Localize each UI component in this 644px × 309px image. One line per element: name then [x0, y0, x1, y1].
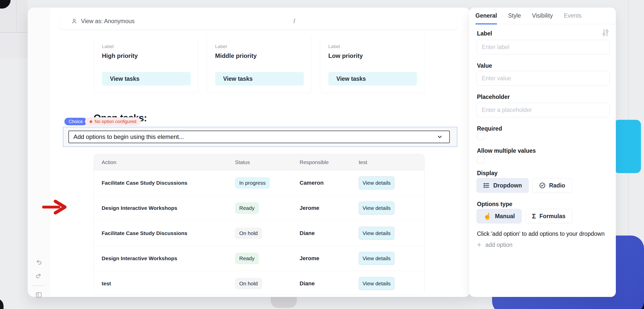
background-block	[0, 32, 28, 58]
canvas-toolbar	[28, 8, 50, 297]
error-badge-label: No option configured	[95, 119, 136, 124]
table-row: Facilitate Case Study Discussions On hol…	[94, 221, 424, 246]
red-arrow-annotation	[42, 200, 68, 215]
options-manual-label: Manual	[495, 213, 515, 220]
table-row: test On hold Diane View details	[94, 271, 424, 295]
view-details-button[interactable]: View details	[359, 176, 394, 189]
tab-visibility[interactable]: Visibility	[532, 8, 553, 24]
app-canvas: View as: Anonymous / Label High priority…	[28, 8, 470, 297]
card-title: High priority	[102, 52, 138, 59]
priority-card-middle: Label Middle priority View tasks	[207, 37, 311, 93]
status-badge: On hold	[235, 227, 262, 239]
display-section-title: Display	[477, 170, 498, 177]
table-row: Design Interactive Workshops Ready Jerom…	[94, 246, 424, 271]
label-section-title: Label	[477, 30, 492, 37]
card-caption: Label	[215, 44, 227, 49]
person-icon	[71, 18, 77, 24]
options-type-section-title: Options type	[477, 201, 512, 208]
undo-icon[interactable]	[35, 259, 42, 266]
view-as-label[interactable]: View as: Anonymous	[81, 18, 135, 25]
card-title: Low priority	[328, 52, 363, 59]
list-icon	[483, 182, 490, 189]
inspector-tabs: General Style Visibility Events	[469, 8, 616, 24]
table-row: Facilitate Case Study Discussions In pro…	[94, 170, 424, 196]
chevron-down-icon	[437, 134, 443, 140]
toolbar-divider	[32, 285, 45, 286]
route-path: /	[294, 13, 295, 29]
sliders-icon[interactable]	[602, 29, 609, 37]
decor-dark-corner-bottom-left	[0, 298, 4, 309]
display-radio-label: Radio	[549, 182, 565, 189]
add-option-button[interactable]: + add option	[477, 241, 512, 249]
status-badge: Ready	[235, 253, 259, 264]
error-badge: No option configured	[85, 117, 141, 126]
task-name: Facilitate Case Study Discussions	[102, 230, 187, 236]
plus-icon: +	[477, 241, 481, 249]
column-header-test: test	[359, 159, 367, 165]
view-details-button[interactable]: View details	[359, 277, 394, 290]
tasks-table: Action Status Responsible test Facilitat…	[94, 154, 425, 295]
task-name: Design Interactive Workshops	[102, 255, 177, 261]
view-tasks-button[interactable]: View tasks	[328, 72, 417, 86]
tab-events[interactable]: Events	[564, 8, 581, 24]
view-tasks-button[interactable]: View tasks	[215, 72, 304, 86]
decor-cyan-rectangle	[614, 120, 641, 173]
task-name: Facilitate Case Study Discussions	[102, 180, 187, 186]
required-checkbox[interactable]	[477, 132, 485, 140]
display-dropdown-button[interactable]: Dropdown	[476, 178, 529, 193]
tab-general[interactable]: General	[475, 8, 497, 24]
priority-card-low: Label Low priority View tasks	[320, 37, 425, 93]
element-type-badge[interactable]: Choice	[64, 118, 87, 125]
status-badge: In progress	[235, 177, 270, 189]
add-option-hint: Click 'add option' to add options to you…	[477, 230, 605, 237]
tab-style[interactable]: Style	[508, 8, 521, 24]
hand-pointer-icon: ☝	[483, 213, 491, 219]
column-header-status: Status	[235, 159, 250, 165]
card-caption: Label	[328, 44, 340, 49]
task-name: test	[102, 281, 111, 287]
options-manual-button[interactable]: ☝ Manual	[476, 209, 522, 223]
radio-check-icon	[539, 182, 546, 189]
table-header: Action Status Responsible test	[94, 154, 424, 170]
add-option-label: add option	[486, 242, 512, 248]
preview-topbar: View as: Anonymous /	[60, 13, 457, 29]
responsible-name: Diane	[300, 230, 315, 237]
status-badge: On hold	[235, 278, 262, 289]
selected-choice-element[interactable]: Add options to begin using this element.…	[63, 127, 457, 147]
options-formulas-label: Formulas	[539, 213, 566, 220]
required-label: Required	[477, 125, 502, 132]
display-dropdown-label: Dropdown	[493, 182, 522, 189]
view-details-button[interactable]: View details	[359, 202, 394, 215]
table-row: Design Interactive Workshops Ready Jerom…	[94, 196, 424, 221]
display-radio-button[interactable]: Radio	[532, 178, 572, 193]
column-header-responsible: Responsible	[300, 159, 329, 165]
view-tasks-button[interactable]: View tasks	[102, 72, 191, 86]
view-details-button[interactable]: View details	[359, 252, 394, 265]
choice-dropdown-placeholder: Add options to begin using this element.…	[73, 133, 184, 140]
label-input[interactable]	[476, 40, 610, 54]
status-badge: Ready	[235, 202, 259, 214]
sidebar-toggle-icon[interactable]	[35, 291, 42, 298]
sigma-icon: Σ	[532, 213, 536, 219]
task-name: Design Interactive Workshops	[102, 205, 177, 211]
options-formulas-button[interactable]: Σ Formulas	[525, 209, 572, 223]
allow-multiple-checkbox[interactable]	[477, 156, 485, 164]
view-details-button[interactable]: View details	[359, 227, 394, 240]
placeholder-section-title: Placeholder	[477, 94, 510, 100]
responsible-name: Jerome	[300, 255, 319, 262]
inspector-panel: General Style Visibility Events Label Va…	[469, 8, 616, 297]
responsible-name: Jerome	[300, 205, 319, 211]
card-title: Middle priority	[215, 52, 257, 59]
responsible-name: Diane	[300, 280, 315, 287]
placeholder-input[interactable]	[476, 103, 610, 117]
card-caption: Label	[102, 44, 114, 49]
error-dot-icon	[90, 120, 92, 123]
value-section-title: Value	[477, 62, 492, 69]
responsible-name: Cameron	[300, 180, 324, 186]
app-screen: View as: Anonymous / Label High priority…	[0, 0, 644, 309]
redo-icon[interactable]	[35, 272, 42, 279]
value-input[interactable]	[476, 71, 610, 86]
choice-dropdown[interactable]: Add options to begin using this element.…	[68, 131, 450, 143]
priority-card-high: Label High priority View tasks	[94, 37, 198, 93]
background-gridline	[0, 32, 28, 33]
